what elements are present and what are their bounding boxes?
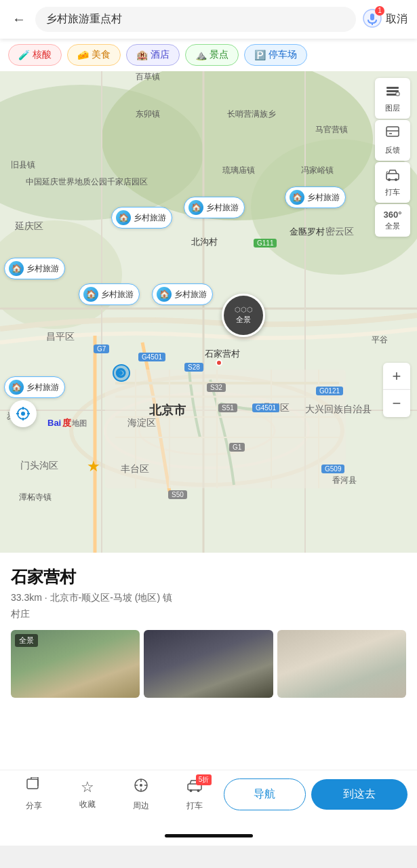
baidu-location-indicator bbox=[111, 363, 132, 386]
filter-bar: 🧪 核酸 🧀 美食 🏨 酒店 ⛰️ 景点 🅿️ 停车场 bbox=[0, 39, 417, 71]
filter-hotel[interactable]: 🏨 酒店 bbox=[126, 44, 180, 66]
map-label-beijing: 北京市 bbox=[149, 402, 186, 418]
village-label-5[interactable]: 🏠 乡村旅游 bbox=[79, 283, 140, 305]
svg-point-42 bbox=[395, 178, 397, 181]
jinguiluocun-label: 金匦罗村 bbox=[290, 226, 325, 238]
photo-item-1[interactable]: 全景 bbox=[11, 630, 140, 698]
map-label-xianghe: 香河县 bbox=[332, 475, 357, 486]
filter-hesuuan[interactable]: 🧪 核酸 bbox=[8, 44, 62, 66]
map-label-fengjia: 冯家峪镇 bbox=[301, 165, 334, 176]
goto-button[interactable]: 到这去 bbox=[311, 779, 408, 810]
village-text-5: 乡村旅游 bbox=[101, 289, 134, 300]
navigate-button[interactable]: 导航 bbox=[224, 778, 306, 810]
mic-badge: 1 bbox=[375, 6, 384, 16]
location-pin bbox=[216, 359, 222, 366]
map-label-baicao: 百草镇 bbox=[136, 71, 160, 83]
house-icon-1: 🏠 bbox=[116, 210, 131, 225]
filter-scenic[interactable]: ⛰️ 景点 bbox=[185, 44, 239, 66]
village-label-2[interactable]: 🏠 乡村旅游 bbox=[184, 197, 245, 218]
panorama360-label: 全景 bbox=[385, 221, 400, 231]
share-action[interactable]: 分享 bbox=[7, 777, 60, 812]
hotel-label: 酒店 bbox=[151, 49, 170, 61]
back-button[interactable]: ← bbox=[9, 9, 28, 30]
map-label-miyun: 密云区 bbox=[325, 226, 354, 238]
layers-button[interactable]: 图层 bbox=[375, 78, 410, 119]
village-text-2: 乡村旅游 bbox=[206, 202, 239, 214]
zoom-out-button[interactable]: − bbox=[383, 390, 410, 417]
road-tag-s28: S28 bbox=[184, 363, 203, 372]
map-label-mentougou: 门头沟区 bbox=[20, 460, 58, 472]
search-query: 乡村旅游重点村 bbox=[46, 12, 122, 26]
cancel-button[interactable]: 1 取消 bbox=[363, 9, 408, 31]
svg-point-54 bbox=[140, 784, 142, 787]
panorama-button[interactable]: ⬡⬡⬡ 全景 bbox=[222, 294, 265, 337]
svg-point-44 bbox=[21, 412, 25, 416]
svg-rect-52 bbox=[27, 779, 38, 789]
place-distance: 33.3km bbox=[11, 592, 42, 603]
svg-point-41 bbox=[388, 178, 391, 181]
map-label-fengtai: 丰台区 bbox=[121, 463, 149, 475]
hesuuan-icon: 🧪 bbox=[18, 50, 30, 60]
taxi-action[interactable]: 5折 打车 bbox=[167, 777, 221, 812]
map-label-geopark: 中国延庆世界地质公园千家店园区 bbox=[26, 176, 80, 188]
photo-badge-1: 全景 bbox=[15, 634, 38, 647]
village-label-4[interactable]: 🏠 乡村旅游 bbox=[4, 258, 65, 279]
zoom-controls: + − bbox=[383, 363, 410, 417]
road-tag-g7: G7 bbox=[94, 344, 109, 353]
road-tag-s32: S32 bbox=[207, 383, 226, 392]
hotel-icon: 🏨 bbox=[136, 50, 148, 60]
nearby-icon bbox=[133, 777, 149, 797]
map-label-liuli: 琉璃庙镇 bbox=[222, 165, 255, 176]
village-label-3[interactable]: 🏠 乡村旅游 bbox=[285, 186, 346, 208]
map-toolbar: 图层 反馈 打车 360° 全景 bbox=[375, 78, 410, 237]
food-label: 美食 bbox=[92, 49, 111, 61]
star-icon: ☆ bbox=[81, 778, 94, 796]
search-input[interactable]: 乡村旅游重点村 bbox=[35, 7, 356, 32]
svg-rect-37 bbox=[386, 127, 399, 136]
place-location: 北京市-顺义区-马坡 (地区) 镇 bbox=[50, 592, 172, 603]
location-icon bbox=[16, 406, 31, 421]
road-tag-g0121: G0121 bbox=[316, 387, 343, 395]
photo-item-3[interactable] bbox=[277, 630, 406, 698]
filter-food[interactable]: 🧀 美食 bbox=[67, 44, 121, 66]
svg-point-60 bbox=[189, 789, 192, 792]
village-text-4: 乡村旅游 bbox=[26, 263, 59, 275]
taxi-label: 打车 bbox=[385, 187, 400, 197]
map-label-dongmao: 东卯镇 bbox=[136, 108, 160, 120]
svg-rect-36 bbox=[396, 92, 399, 96]
map-label-pinggu: 平谷 bbox=[372, 334, 388, 346]
zoom-in-button[interactable]: + bbox=[383, 363, 410, 390]
feedback-button[interactable]: 反馈 bbox=[375, 120, 410, 161]
svg-rect-33 bbox=[386, 87, 399, 89]
house-icon-6: 🏠 bbox=[157, 287, 172, 302]
svg-point-61 bbox=[197, 789, 199, 792]
village-label-1[interactable]: 🏠 乡村旅游 bbox=[111, 207, 172, 229]
house-icon-3: 🏠 bbox=[290, 190, 304, 205]
village-text-6: 乡村旅游 bbox=[174, 289, 207, 300]
collect-action[interactable]: ☆ 收藏 bbox=[60, 778, 114, 810]
panorama360-button[interactable]: 360° 全景 bbox=[375, 204, 410, 237]
village-label-7[interactable]: 🏠 乡村旅游 bbox=[4, 376, 65, 398]
photo-item-2[interactable] bbox=[144, 630, 273, 698]
feedback-icon bbox=[385, 125, 400, 144]
taxi-button[interactable]: 打车 bbox=[375, 162, 410, 203]
discount-badge: 5折 bbox=[196, 774, 212, 785]
house-icon-5: 🏠 bbox=[83, 287, 98, 302]
layers-icon bbox=[385, 83, 400, 102]
filter-parking[interactable]: 🅿️ 停车场 bbox=[244, 44, 307, 66]
map-label-haidian: 海淀区 bbox=[127, 417, 156, 429]
mic-icon-wrap: 1 bbox=[363, 9, 382, 31]
panorama-inner: ⬡⬡⬡ 全景 bbox=[224, 296, 263, 335]
map-label-daxing: 大兴回族自治县 bbox=[305, 403, 372, 416]
map-label-changshao: 长哨营满族乡 bbox=[227, 108, 276, 120]
nearby-action[interactable]: 周边 bbox=[114, 777, 167, 812]
parking-label: 停车场 bbox=[269, 49, 297, 61]
location-button[interactable] bbox=[9, 400, 37, 427]
scenic-icon: ⛰️ bbox=[195, 50, 207, 60]
map-container[interactable]: ★ 百草镇 东卯镇 长哨营满族乡 马官营镇 旧县镇 延庆区 中国延庆世界地质公园… bbox=[0, 71, 417, 553]
place-separator: · bbox=[45, 592, 47, 603]
village-text-3: 乡村旅游 bbox=[307, 192, 340, 203]
village-label-6[interactable]: 🏠 乡村旅游 bbox=[152, 283, 213, 305]
share-label: 分享 bbox=[26, 800, 42, 812]
svg-text:地图: 地图 bbox=[71, 419, 87, 427]
